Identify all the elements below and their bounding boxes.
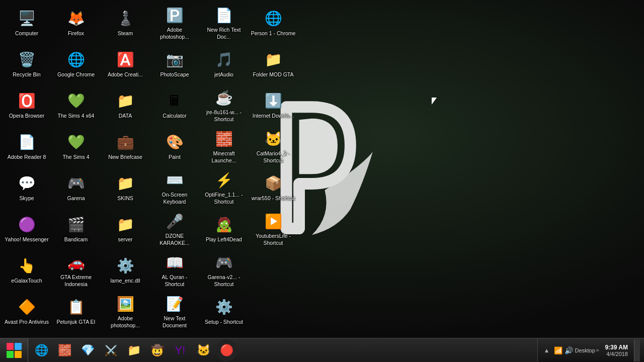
icon-image-yahoo-messenger: 🟣 (17, 215, 37, 235)
icon-label-yahoo-messenger: Yahoo! Messenger (5, 236, 48, 243)
desktop-icon-recycle-bin[interactable]: 🗑️Recycle Bin (2, 43, 51, 84)
desktop-icon-adobe-reader[interactable]: 📄Adobe Reader 8 (2, 126, 51, 167)
clock-area[interactable]: 9:39 AM 4/4/2018 (601, 344, 632, 357)
icon-label-internet-downlo: Internet Downlo... (253, 113, 294, 119)
desktop-icon-al-quran[interactable]: 📖AL Quran - Shortcut (150, 249, 199, 291)
desktop-icon-folder-mod-gta[interactable]: 📁Folder MOD GTA (249, 43, 298, 84)
icon-image-adobe-photoshop-cs: 🖼️ (115, 294, 135, 314)
tray-volume[interactable]: 🔊 (565, 346, 573, 354)
icon-image-calculator: 🖩 (165, 91, 185, 111)
svg-rect-0 (7, 343, 14, 350)
taskbar-record[interactable]: 🔴 (215, 339, 237, 361)
icon-label-egalaxtouch: eGalaxTouch (11, 278, 42, 284)
taskbar-minecraft[interactable]: 🧱 (53, 339, 75, 361)
taskbar-directx[interactable]: 💎 (76, 339, 99, 361)
desktop-icon-on-screen-kb[interactable]: ⌨️On-Screen Keyboard (150, 167, 199, 208)
desktop-icon-new-text-doc[interactable]: 📝New Text Document (150, 291, 199, 332)
icon-image-youtubers-life: ▶️ (263, 211, 283, 231)
desktop-icon-garena-v2[interactable]: 🎮Garena-v2... - Shortcut (199, 249, 249, 291)
desktop-icon-bandicam[interactable]: 🎬Bandicam (51, 208, 101, 249)
desktop-icon-youtubers-life[interactable]: ▶️YoutubersLife - Shortcut (249, 208, 298, 249)
desktop-icon-garena[interactable]: 🎮Garena (51, 167, 101, 208)
taskbar-l4d[interactable]: ⚔️ (100, 339, 122, 361)
icon-image-firefox: 🦊 (66, 9, 86, 29)
taskbar-kitty[interactable]: 🐱 (192, 339, 214, 361)
desktop-icon-setup-shortcut[interactable]: ⚙️Setup - Shortcut (199, 291, 249, 332)
icon-image-person1-chrome: 🌐 (263, 9, 283, 29)
icon-image-skype: 💬 (17, 173, 37, 194)
desktop-icon-adobe-photoshop-cs[interactable]: 🖼️Adobe photoshop... (101, 291, 150, 332)
icon-image-internet-downlo: ⬇️ (263, 91, 283, 111)
tray-network[interactable]: 📶 (554, 346, 562, 354)
desktop-icon-firefox[interactable]: 🦊Firefox (51, 2, 101, 43)
desktop-icon-new-briefcase[interactable]: 💼New Briefcase (101, 126, 150, 167)
desktop-icon-steam[interactable]: ♟️Steam (101, 2, 150, 43)
desktop-icon-data[interactable]: 📁DATA (101, 84, 150, 126)
cursor (432, 98, 438, 104)
icon-label-adobe-photoshop-cs: Adobe photoshop... (103, 315, 148, 328)
desktop-icon-opera-browser[interactable]: 🅾️Opera Browser (2, 84, 51, 126)
desktop-icon-the-sims-4-x64[interactable]: 💚The Sims 4 x64 (51, 84, 101, 126)
icon-label-gta-extreme: GTA Extreme Indonesia (53, 274, 99, 287)
icon-image-al-quran: 📖 (165, 252, 185, 273)
icon-label-optifine: OptiFine_1.1... - Shortcut (201, 192, 247, 205)
icon-label-garena-v2: Garena-v2... - Shortcut (201, 274, 247, 287)
desktop-icon-google-chrome[interactable]: 🌐Google Chrome (51, 43, 101, 84)
desktop-icon-internet-downlo[interactable]: ⬇️Internet Downlo... (249, 84, 298, 126)
desktop-icon-new-rich-text[interactable]: 📄New Rich Text Doc... (199, 2, 249, 43)
icon-image-new-rich-text: 📄 (214, 5, 234, 25)
icon-label-jre-shortcut: jre-8u161-w... - Shortcut (201, 109, 247, 122)
svg-rect-2 (7, 351, 14, 358)
desktop-icon-gta-extreme[interactable]: 🚗GTA Extreme Indonesia (51, 249, 101, 291)
desktop-icon-skins[interactable]: 📁SKINS (101, 167, 150, 208)
show-desktop-button[interactable] (634, 339, 640, 361)
tray-expand[interactable]: ▲ (542, 347, 552, 354)
desktop-icon-person1-chrome[interactable]: 🌐Person 1 - Chrome (249, 2, 298, 43)
desktop-icon-wrar550[interactable]: 📦wrar550 - Shortcut (249, 167, 298, 208)
desktop-icon-minecraft[interactable]: 🧱Minecraft Launche... (199, 126, 249, 167)
icon-image-adobe-photoshop: 🅿️ (165, 5, 185, 25)
desktop-label-area[interactable]: Desktop » (575, 347, 599, 353)
icon-label-wrar550: wrar550 - Shortcut (252, 195, 295, 202)
desktop-icon-dzone-karaoke[interactable]: 🎤DZONE KARAOKE... (150, 208, 199, 249)
desktop-icon-optifine[interactable]: ⚡OptiFine_1.1... - Shortcut (199, 167, 249, 208)
desktop-icon-play-left4dead[interactable]: 🧟Play Left4Dead (199, 208, 249, 249)
desktop-icon-yahoo-messenger[interactable]: 🟣Yahoo! Messenger (2, 208, 51, 249)
desktop-icon-avast[interactable]: 🔶Avast Pro Antivirus (2, 291, 51, 332)
icon-label-petunjuk-gta: Petunjuk GTA EI (57, 319, 96, 325)
desktop-icon-adobe-creati[interactable]: 🅰️Adobe Creati... (101, 43, 150, 84)
desktop-icon-photoscap[interactable]: 📷PhotoScape (150, 43, 199, 84)
desktop-icon-petunjuk-gta[interactable]: 📋Petunjuk GTA EI (51, 291, 101, 332)
icon-label-new-briefcase: New Briefcase (108, 154, 142, 160)
desktop-icon-jre-shortcut[interactable]: ☕jre-8u161-w... - Shortcut (199, 84, 249, 126)
icon-label-firefox: Firefox (68, 30, 84, 37)
desktop-icon-calculator[interactable]: 🖩Calculator (150, 84, 199, 126)
icon-label-adobe-creati: Adobe Creati... (108, 71, 143, 78)
svg-rect-3 (15, 351, 22, 358)
taskbar-folder[interactable]: 📁 (123, 339, 145, 361)
icon-label-computer: Computer (15, 30, 38, 37)
desktop-icon-the-sims-4[interactable]: 💚The Sims 4 (51, 126, 101, 167)
start-button[interactable] (0, 338, 28, 363)
icon-image-setup-shortcut: ⚙️ (214, 297, 234, 317)
taskbar-yahoo[interactable]: Y! (169, 339, 191, 361)
icon-image-the-sims-4: 💚 (66, 132, 86, 152)
desktop-icon-lame-enc[interactable]: ⚙️lame_enc.dll (101, 249, 150, 291)
desktop-icon-adobe-photoshop[interactable]: 🅿️Adobe photoshop... (150, 2, 199, 43)
desktop-icon-egalaxtouch[interactable]: 👆eGalaxTouch (2, 249, 51, 291)
desktop-icon-jetaudio[interactable]: 🎵jetAudio (199, 43, 249, 84)
desktop-icon-paint[interactable]: 🎨Paint (150, 126, 199, 167)
desktop-icon-skype[interactable]: 💬Skype (2, 167, 51, 208)
taskbar-app5[interactable]: 🤠 (146, 339, 168, 361)
taskbar-chrome[interactable]: 🌐 (30, 339, 52, 361)
icon-image-photoscap: 📷 (165, 50, 185, 70)
desktop-icon-server[interactable]: 📁server (101, 208, 150, 249)
desktop-icon-computer[interactable]: 🖥️Computer (2, 2, 51, 43)
icon-image-jre-shortcut: ☕ (214, 87, 234, 108)
svg-rect-1 (15, 343, 22, 350)
icon-label-avast: Avast Pro Antivirus (5, 319, 49, 325)
icon-image-on-screen-kb: ⌨️ (165, 170, 185, 190)
clock-time: 9:39 AM (605, 344, 628, 351)
desktop-icon-catmario[interactable]: 🐱CatMario4_2 - Shortcut (249, 126, 298, 167)
icon-image-skins: 📁 (115, 173, 135, 194)
